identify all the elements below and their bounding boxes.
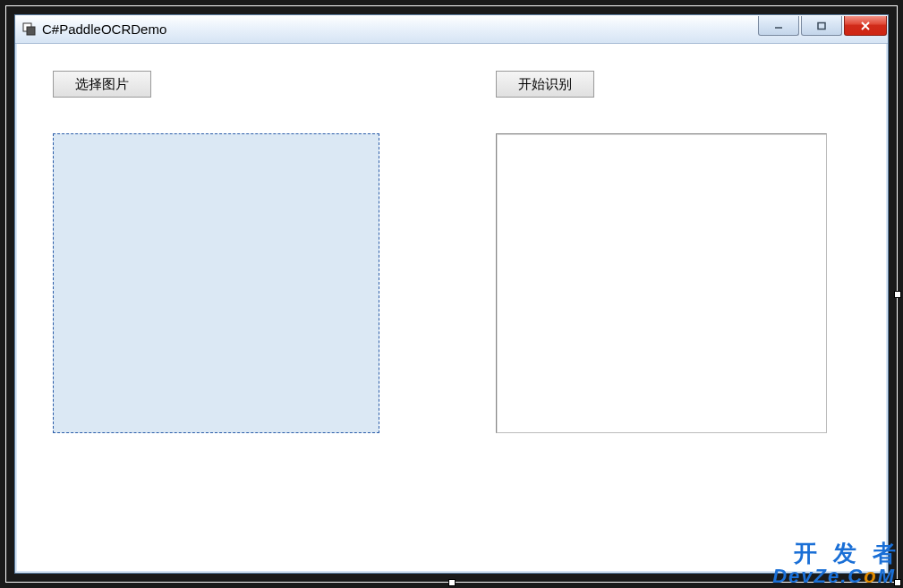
minimize-button[interactable] bbox=[758, 16, 799, 36]
svg-rect-1 bbox=[27, 27, 35, 35]
titlebar[interactable]: C#PaddleOCRDemo bbox=[15, 15, 888, 44]
maximize-button[interactable] bbox=[801, 16, 842, 36]
app-icon bbox=[22, 22, 37, 37]
resize-handle-right[interactable] bbox=[894, 291, 901, 298]
left-column: 选择图片 bbox=[53, 71, 379, 433]
app-window: C#PaddleOCRDemo 选择图片 开始识别 bbox=[14, 14, 889, 574]
window-controls bbox=[756, 15, 888, 43]
close-button[interactable] bbox=[844, 16, 887, 36]
image-preview-box[interactable] bbox=[53, 133, 379, 433]
resize-handle-corner[interactable] bbox=[894, 579, 901, 586]
resize-handle-bottom[interactable] bbox=[448, 579, 456, 586]
svg-rect-3 bbox=[818, 22, 825, 29]
start-recognize-button[interactable]: 开始识别 bbox=[496, 71, 594, 98]
window-title: C#PaddleOCRDemo bbox=[42, 21, 756, 37]
ocr-result-textbox[interactable] bbox=[496, 133, 827, 433]
client-area: 选择图片 开始识别 bbox=[15, 44, 888, 573]
right-column: 开始识别 bbox=[496, 71, 827, 433]
select-image-button[interactable]: 选择图片 bbox=[53, 71, 151, 98]
